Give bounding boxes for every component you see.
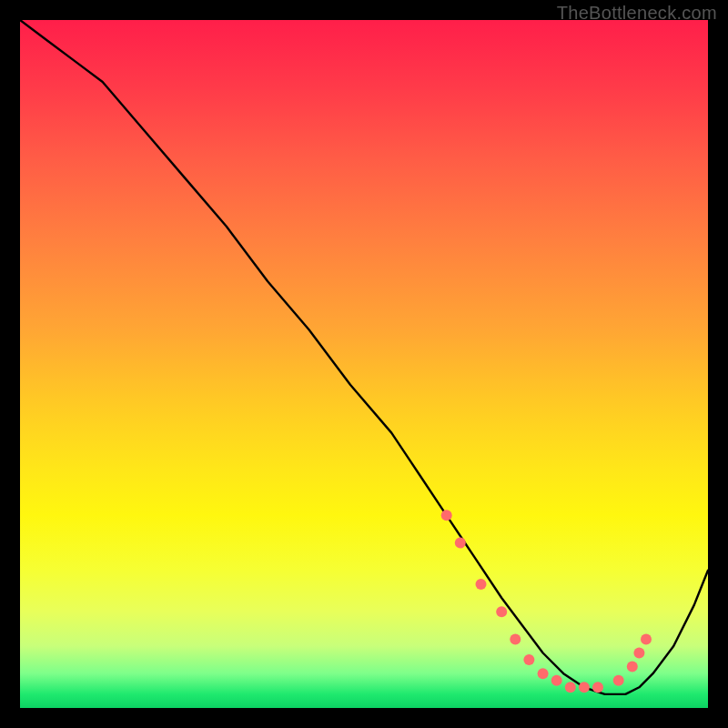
- marker-dot: [592, 682, 603, 693]
- marker-dot: [538, 668, 549, 679]
- marker-dot: [627, 662, 638, 672]
- marker-dot: [476, 579, 487, 590]
- marker-dot: [441, 510, 452, 521]
- chart-frame: TheBottleneck.com: [0, 0, 728, 728]
- marker-dot: [496, 606, 507, 617]
- chart-svg: [20, 20, 708, 708]
- marker-dot: [455, 538, 466, 549]
- marker-dot: [510, 633, 521, 644]
- marker-dot: [579, 682, 590, 693]
- plot-area: [20, 20, 708, 708]
- marker-dot: [613, 675, 624, 686]
- marker-dot: [633, 648, 644, 659]
- marker-group: [441, 510, 652, 693]
- marker-dot: [551, 675, 562, 686]
- marker-dot: [641, 633, 652, 644]
- marker-dot: [523, 654, 534, 665]
- marker-dot: [565, 682, 576, 693]
- curve-line: [20, 20, 708, 694]
